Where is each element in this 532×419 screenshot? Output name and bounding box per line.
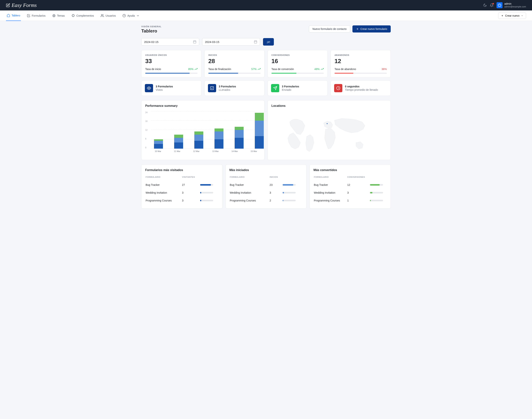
nav-item-form[interactable]: Formularios: [26, 11, 46, 21]
brand-logo[interactable]: Easy Forms: [6, 2, 37, 8]
bar-segment[interactable]: [235, 127, 244, 130]
table-card: Más convertidos FORMULARIOCONVERSIONES B…: [310, 165, 391, 209]
bar-group: [171, 135, 186, 149]
form-value: 3: [182, 197, 200, 204]
bar-segment[interactable]: [174, 138, 183, 143]
form-name: Bug Tracker: [146, 181, 182, 189]
form-name: Wedding Invitation: [230, 189, 269, 196]
plus-icon: [356, 27, 359, 30]
stat-pct: 36%: [382, 68, 387, 71]
stat-sublabel: Tasa de finalización: [208, 68, 231, 71]
nav-label: Complementos: [76, 14, 94, 17]
form-icon: [27, 14, 30, 17]
notifications-icon[interactable]: [490, 3, 493, 7]
locations-title: Locations: [272, 104, 387, 107]
create-new-button[interactable]: Crear nuevo: [498, 13, 526, 19]
new-contact-form-button[interactable]: Nuevo formulario de contacto: [309, 26, 350, 32]
table-row: Wedding Invitation 3: [230, 189, 302, 196]
bar-group: [252, 113, 267, 149]
home-icon: [7, 14, 10, 17]
bar-segment[interactable]: [154, 141, 163, 144]
page-title: Tablero: [141, 28, 161, 34]
bar-segment[interactable]: [214, 131, 223, 139]
stat-pct: 85%: [188, 68, 197, 71]
svg-rect-10: [193, 41, 196, 43]
stat-sublabel: Tasa de abandono: [335, 68, 356, 71]
bar-segment[interactable]: [214, 129, 223, 132]
locations-card: Locations: [268, 100, 391, 160]
mini-sub: Tiempo promedio de llenado: [345, 88, 378, 91]
bar-segment[interactable]: [154, 144, 163, 149]
form-name: Programming Courses: [230, 197, 269, 204]
user-name: admin: [504, 2, 526, 5]
stat-label: CONVERSIONES: [272, 54, 324, 56]
bar-segment[interactable]: [255, 113, 264, 121]
table-row: Programming Courses 2: [230, 197, 302, 204]
bar-segment[interactable]: [174, 135, 183, 138]
table-title: Más iniciados: [229, 169, 303, 172]
bar-segment[interactable]: [154, 139, 163, 141]
performance-chart-card: Performance summary 06121824 10 Mar11 Ma…: [141, 100, 264, 160]
chevron-down-icon: [521, 14, 523, 17]
form-value: 1: [347, 197, 369, 204]
bar-segment[interactable]: [255, 136, 264, 149]
form-value: 23: [270, 181, 282, 189]
stat-value: 16: [272, 58, 324, 65]
bar-segment[interactable]: [235, 130, 244, 138]
stat-label: ABANDONOS: [335, 54, 387, 56]
create-form-button[interactable]: Crear nuevo formulario: [352, 26, 391, 32]
nav-item-home[interactable]: Tablero: [6, 11, 21, 21]
eye-icon: [145, 84, 153, 92]
plus-icon: [501, 14, 504, 17]
calendar-icon: [193, 40, 196, 43]
nav-item-puzzle[interactable]: Complementos: [71, 11, 95, 21]
avatar: [496, 2, 503, 8]
bar-segment[interactable]: [194, 135, 203, 141]
form-name: Wedding Invitation: [314, 189, 347, 196]
svg-point-18: [148, 88, 150, 89]
bar-segment[interactable]: [194, 131, 203, 135]
stat-card: CONVERSIONES 16 Tasa de conversión 48%: [268, 50, 328, 78]
page-overline: VISIÓN GENERAL: [141, 26, 161, 28]
table-row: Programming Courses 3: [146, 197, 218, 204]
stat-label: INICIOS: [208, 54, 260, 56]
theme-toggle-icon[interactable]: [483, 3, 487, 7]
x-label: 13 Mar: [209, 150, 222, 152]
svg-point-2: [53, 14, 55, 17]
mini-sub: Vistos: [156, 88, 173, 91]
start-date-input[interactable]: 2024-02-15: [141, 38, 199, 46]
nav-item-help[interactable]: Ayuda: [122, 11, 140, 21]
stat-value: 12: [335, 58, 387, 65]
stat-value: 33: [145, 58, 197, 65]
bar-segment[interactable]: [194, 141, 203, 149]
bar-segment[interactable]: [255, 121, 264, 136]
bar-segment[interactable]: [174, 143, 183, 149]
mini-card: 3 Formularios Enviado: [268, 80, 328, 96]
help-icon: [122, 14, 126, 17]
mini-card: 3 Formularios LLenados: [204, 80, 264, 96]
end-date-input[interactable]: 2024-03-15: [202, 38, 260, 46]
trend-up-icon: [258, 68, 260, 71]
bar-segment[interactable]: [214, 139, 223, 149]
brand-text: Easy Forms: [12, 2, 37, 8]
mini-title: 3 Formularios: [282, 85, 299, 88]
map-marker-uk[interactable]: [327, 123, 328, 124]
form-value: 3: [347, 189, 369, 196]
clock-icon: [334, 84, 342, 92]
stat-label: USUARIOS ÚNICOS: [145, 54, 197, 56]
go-button[interactable]: ¡Ir!: [263, 38, 274, 46]
svg-rect-19: [210, 87, 214, 90]
form-value: 2: [270, 197, 282, 204]
nav-item-swatch[interactable]: Temas: [52, 11, 65, 21]
world-map[interactable]: [272, 111, 387, 156]
form-name: Bug Tracker: [230, 181, 269, 189]
form-value: 27: [182, 181, 200, 189]
user-menu[interactable]: admin admin@example.com: [496, 2, 526, 8]
main-nav: Tablero Formularios Temas Complementos U…: [0, 11, 532, 21]
nav-item-users[interactable]: Usuarios: [100, 11, 117, 21]
bar-segment[interactable]: [235, 138, 244, 149]
stat-sublabel: Tasa de conversión: [272, 68, 294, 71]
table-row: Wedding Invitation 3: [146, 189, 218, 196]
top-header: Easy Forms admin admin@example.com: [0, 0, 532, 11]
mini-card: 0 segundos Tiempo promedio de llenado: [331, 80, 391, 96]
